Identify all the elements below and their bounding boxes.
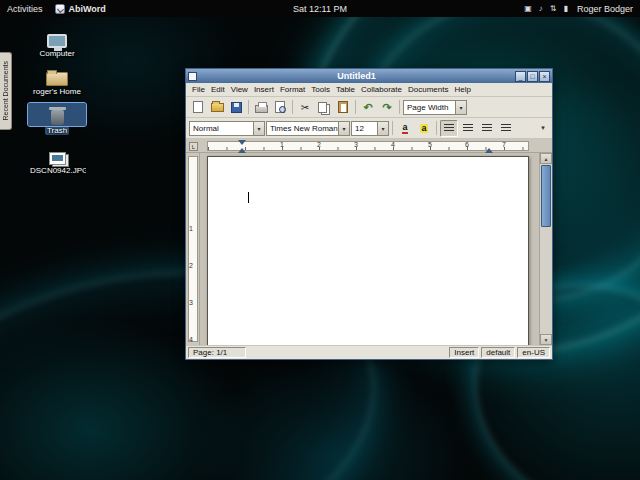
new-document-button[interactable] [189,99,207,116]
print-button[interactable] [252,99,270,116]
photo-file-icon [49,152,66,165]
volume-indicator-icon[interactable]: ♪ [539,4,543,13]
dropdown-arrow-icon[interactable]: ▾ [338,122,349,135]
menu-collaborate[interactable]: Collaborate [358,84,405,95]
ruler-number: 1 [280,141,284,148]
ruler-number: 4 [189,336,193,343]
status-bar: Page: 1/1 Insert default en-US [186,345,552,359]
toolbar-separator [248,100,249,114]
clock[interactable]: Sat 12:11 PM [293,4,347,14]
align-center-button[interactable] [459,120,477,137]
style-value: Normal [193,124,253,133]
trash-icon [51,110,64,125]
open-folder-icon [211,103,224,112]
redo-button[interactable]: ↷ [378,99,396,116]
minimize-button[interactable]: _ [515,71,526,82]
computer-icon [47,34,67,48]
recent-documents-drawer[interactable]: Recent Documents [0,52,12,130]
format-toolbar: Normal ▾ Times New Roman ▾ 12 ▾ a a ▾ [186,118,552,139]
network-indicator-icon[interactable]: ⇅ [550,4,557,13]
menu-table[interactable]: Table [333,84,358,95]
vertical-ruler[interactable]: 1 2 3 4 [186,153,200,345]
style-combobox[interactable]: Normal ▾ [189,121,265,136]
menu-tools[interactable]: Tools [308,84,333,95]
zoom-combobox[interactable]: Page Width ▾ [403,100,467,115]
maximize-button[interactable]: □ [527,71,538,82]
menu-edit[interactable]: Edit [208,84,228,95]
menu-documents[interactable]: Documents [405,84,451,95]
desktop-icon-photo-file[interactable]: DSCN0942.JPG.jpg [28,143,86,177]
dropdown-arrow-icon[interactable]: ▾ [253,122,264,135]
ruler-number: 3 [354,141,358,148]
ruler-number: 3 [189,299,193,306]
toolbar-separator [292,100,293,114]
align-left-button[interactable] [440,120,458,137]
toolbar-overflow-button[interactable]: ▾ [537,124,549,132]
open-button[interactable] [208,99,226,116]
menu-file[interactable]: File [189,84,208,95]
print-preview-button[interactable] [271,99,289,116]
titlebar[interactable]: Untitled1 _ □ × [186,69,552,83]
abiword-window: Untitled1 _ □ × File Edit View Insert Fo… [185,68,553,360]
dropdown-arrow-icon[interactable]: ▾ [377,122,388,135]
activities-button[interactable]: Activities [7,4,43,14]
vertical-ruler-page-strip [188,156,198,342]
paste-icon [338,101,348,113]
align-justify-button[interactable] [497,120,515,137]
font-size-value: 12 [355,124,377,133]
toolbar-separator [436,121,437,135]
save-button[interactable] [227,99,245,116]
ruler-page-strip [207,141,529,151]
scroll-down-button[interactable]: ▼ [540,334,552,345]
first-line-indent-marker[interactable] [238,140,246,145]
standard-toolbar: ✂ ↶ ↷ Page Width ▾ [186,97,552,118]
window-title: Untitled1 [199,70,514,83]
menu-format[interactable]: Format [277,84,308,95]
copy-button[interactable] [315,99,333,116]
undo-button[interactable]: ↶ [359,99,377,116]
menu-help[interactable]: Help [451,84,473,95]
app-menu[interactable]: AbiWord [55,4,106,14]
language-indicator: en-US [517,347,550,358]
style-indicator: default [481,347,515,358]
insert-mode-indicator[interactable]: Insert [449,347,479,358]
font-size-combobox[interactable]: 12 ▾ [351,121,389,136]
document-area: 1 2 3 4 ▲ ▼ [186,153,552,345]
menu-insert[interactable]: Insert [251,84,277,95]
close-button[interactable]: × [539,71,550,82]
keyboard-indicator-icon[interactable]: ▣ [524,4,532,13]
vertical-scrollbar[interactable]: ▲ ▼ [539,153,552,345]
font-color-icon: a [402,123,407,134]
ruler-number: 4 [391,141,395,148]
desktop-icon-home[interactable]: roger's Home [28,64,86,98]
align-right-button[interactable] [478,120,496,137]
tab-selector-button[interactable]: L [189,142,198,151]
highlight-icon: a [420,124,427,133]
battery-indicator-icon[interactable]: ▮ [564,4,568,13]
ruler-number: 2 [189,262,193,269]
page-indicator: Page: 1/1 [188,347,246,358]
scroll-up-button[interactable]: ▲ [540,153,552,164]
font-color-button[interactable]: a [396,120,414,137]
font-combobox[interactable]: Times New Roman ▾ [266,121,350,136]
paste-button[interactable] [334,99,352,116]
menu-view[interactable]: View [228,84,251,95]
document-canvas[interactable] [200,153,539,345]
document-page[interactable] [207,156,529,345]
desktop-icon-label: DSCN0942.JPG.jpg [28,166,86,175]
highlight-button[interactable]: a [415,120,433,137]
align-left-icon [444,124,454,133]
desktop-icon-computer[interactable]: Computer [28,26,86,60]
new-document-icon [193,101,203,113]
scrollbar-thumb[interactable] [541,165,551,227]
ruler-number: 2 [317,141,321,148]
zoom-value: Page Width [407,103,455,112]
horizontal-ruler[interactable]: L 1 2 3 4 5 6 7 [186,139,552,153]
desktop-icon-trash[interactable]: Trash [28,103,86,137]
abiword-app-icon [55,4,65,14]
cut-button[interactable]: ✂ [296,99,314,116]
print-preview-icon [275,101,285,113]
dropdown-arrow-icon[interactable]: ▾ [455,101,466,114]
user-menu[interactable]: Roger Bodger [575,4,633,14]
desktop-icon-label: roger's Home [31,87,83,96]
